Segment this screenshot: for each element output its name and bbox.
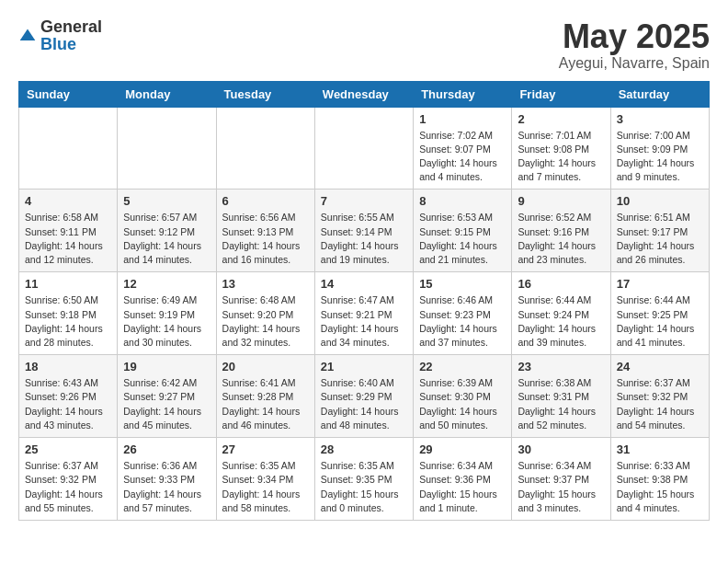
logo-text-blue: Blue (40, 35, 76, 53)
calendar-day-cell: 8Sunrise: 6:53 AM Sunset: 9:15 PM Daylig… (414, 190, 512, 272)
logo: General Blue (18, 18, 102, 53)
day-number: 31 (617, 442, 703, 456)
day-info: Sunrise: 6:49 AM Sunset: 9:19 PM Dayligh… (123, 293, 210, 350)
day-info: Sunrise: 7:02 AM Sunset: 9:07 PM Dayligh… (419, 129, 506, 185)
calendar-day-cell: 14Sunrise: 6:47 AM Sunset: 9:21 PM Dayli… (314, 272, 413, 355)
calendar-day-cell: 19Sunrise: 6:42 AM Sunset: 9:27 PM Dayli… (118, 355, 216, 438)
day-number: 13 (222, 277, 309, 291)
calendar-week-row: 4Sunrise: 6:58 AM Sunset: 9:11 PM Daylig… (19, 190, 710, 272)
day-number: 27 (222, 442, 309, 456)
day-number: 1 (419, 112, 506, 126)
day-info: Sunrise: 6:36 AM Sunset: 9:33 PM Dayligh… (123, 459, 210, 515)
calendar-week-row: 11Sunrise: 6:50 AM Sunset: 9:18 PM Dayli… (19, 272, 710, 355)
day-number: 20 (222, 360, 309, 373)
day-info: Sunrise: 6:52 AM Sunset: 9:16 PM Dayligh… (518, 211, 604, 267)
day-info: Sunrise: 6:42 AM Sunset: 9:27 PM Dayligh… (123, 376, 210, 432)
day-info: Sunrise: 6:35 AM Sunset: 9:35 PM Dayligh… (321, 459, 407, 515)
day-info: Sunrise: 6:51 AM Sunset: 9:17 PM Dayligh… (617, 211, 703, 267)
logo-icon (18, 27, 37, 45)
day-number: 2 (518, 112, 604, 126)
calendar-day-cell: 25Sunrise: 6:37 AM Sunset: 9:32 PM Dayli… (19, 438, 118, 521)
day-number: 11 (25, 277, 111, 291)
calendar-day-cell: 9Sunrise: 6:52 AM Sunset: 9:16 PM Daylig… (512, 190, 610, 272)
calendar-day-cell: 31Sunrise: 6:33 AM Sunset: 9:38 PM Dayli… (610, 438, 709, 521)
calendar-week-row: 1Sunrise: 7:02 AM Sunset: 9:07 PM Daylig… (19, 107, 710, 190)
weekday-header-cell: Sunday (19, 81, 118, 107)
day-number: 3 (617, 112, 703, 126)
calendar-day-cell: 23Sunrise: 6:38 AM Sunset: 9:31 PM Dayli… (512, 355, 610, 438)
day-info: Sunrise: 6:46 AM Sunset: 9:23 PM Dayligh… (419, 293, 506, 350)
calendar-day-cell: 26Sunrise: 6:36 AM Sunset: 9:33 PM Dayli… (118, 438, 216, 521)
day-info: Sunrise: 6:37 AM Sunset: 9:32 PM Dayligh… (617, 376, 703, 432)
day-info: Sunrise: 6:55 AM Sunset: 9:14 PM Dayligh… (321, 211, 407, 267)
day-info: Sunrise: 6:53 AM Sunset: 9:15 PM Dayligh… (419, 211, 506, 267)
calendar-day-cell (19, 107, 118, 190)
day-number: 26 (123, 442, 210, 456)
title-area: May 2025 Ayegui, Navarre, Spain (559, 18, 710, 72)
day-number: 18 (25, 360, 111, 373)
day-number: 29 (419, 442, 506, 456)
day-info: Sunrise: 6:34 AM Sunset: 9:37 PM Dayligh… (518, 459, 604, 515)
calendar-day-cell: 12Sunrise: 6:49 AM Sunset: 9:19 PM Dayli… (118, 272, 216, 355)
calendar-day-cell: 18Sunrise: 6:43 AM Sunset: 9:26 PM Dayli… (19, 355, 118, 438)
header: General Blue May 2025 Ayegui, Navarre, S… (18, 18, 710, 72)
weekday-header-cell: Wednesday (314, 81, 413, 107)
day-info: Sunrise: 6:48 AM Sunset: 9:20 PM Dayligh… (222, 293, 309, 350)
calendar-day-cell: 27Sunrise: 6:35 AM Sunset: 9:34 PM Dayli… (216, 438, 314, 521)
weekday-header-cell: Monday (118, 81, 216, 107)
calendar-day-cell: 15Sunrise: 6:46 AM Sunset: 9:23 PM Dayli… (414, 272, 512, 355)
day-number: 16 (518, 277, 604, 291)
calendar-day-cell: 20Sunrise: 6:41 AM Sunset: 9:28 PM Dayli… (216, 355, 314, 438)
day-info: Sunrise: 6:41 AM Sunset: 9:28 PM Dayligh… (222, 376, 309, 432)
day-info: Sunrise: 6:44 AM Sunset: 9:24 PM Dayligh… (518, 293, 604, 350)
calendar-day-cell: 2Sunrise: 7:01 AM Sunset: 9:08 PM Daylig… (512, 107, 610, 190)
day-number: 19 (123, 360, 210, 373)
calendar-day-cell: 6Sunrise: 6:56 AM Sunset: 9:13 PM Daylig… (216, 190, 314, 272)
day-number: 22 (419, 360, 506, 373)
day-number: 25 (25, 442, 111, 456)
day-number: 12 (123, 277, 210, 291)
calendar-day-cell (216, 107, 314, 190)
day-number: 15 (419, 277, 506, 291)
day-number: 24 (617, 360, 703, 373)
weekday-header-cell: Thursday (414, 81, 512, 107)
day-info: Sunrise: 7:00 AM Sunset: 9:09 PM Dayligh… (617, 129, 703, 185)
day-number: 5 (123, 194, 210, 208)
day-info: Sunrise: 6:50 AM Sunset: 9:18 PM Dayligh… (25, 293, 111, 350)
month-title: May 2025 (559, 18, 710, 55)
day-info: Sunrise: 6:34 AM Sunset: 9:36 PM Dayligh… (419, 459, 506, 515)
day-number: 7 (321, 194, 407, 208)
calendar-day-cell: 29Sunrise: 6:34 AM Sunset: 9:36 PM Dayli… (414, 438, 512, 521)
day-number: 28 (321, 442, 407, 456)
calendar-day-cell: 10Sunrise: 6:51 AM Sunset: 9:17 PM Dayli… (610, 190, 709, 272)
calendar-day-cell: 13Sunrise: 6:48 AM Sunset: 9:20 PM Dayli… (216, 272, 314, 355)
calendar-day-cell: 21Sunrise: 6:40 AM Sunset: 9:29 PM Dayli… (314, 355, 413, 438)
calendar-day-cell: 16Sunrise: 6:44 AM Sunset: 9:24 PM Dayli… (512, 272, 610, 355)
day-number: 23 (518, 360, 604, 373)
calendar-day-cell: 5Sunrise: 6:57 AM Sunset: 9:12 PM Daylig… (118, 190, 216, 272)
calendar-day-cell: 7Sunrise: 6:55 AM Sunset: 9:14 PM Daylig… (314, 190, 413, 272)
calendar-day-cell: 22Sunrise: 6:39 AM Sunset: 9:30 PM Dayli… (414, 355, 512, 438)
logo-text-general: General (40, 17, 102, 36)
day-info: Sunrise: 6:43 AM Sunset: 9:26 PM Dayligh… (25, 376, 111, 432)
weekday-header-cell: Saturday (610, 81, 709, 107)
calendar-day-cell: 30Sunrise: 6:34 AM Sunset: 9:37 PM Dayli… (512, 438, 610, 521)
day-number: 9 (518, 194, 604, 208)
calendar-day-cell: 11Sunrise: 6:50 AM Sunset: 9:18 PM Dayli… (19, 272, 118, 355)
day-number: 30 (518, 442, 604, 456)
calendar-day-cell: 3Sunrise: 7:00 AM Sunset: 9:09 PM Daylig… (610, 107, 709, 190)
calendar-day-cell: 28Sunrise: 6:35 AM Sunset: 9:35 PM Dayli… (314, 438, 413, 521)
day-number: 14 (321, 277, 407, 291)
day-info: Sunrise: 6:47 AM Sunset: 9:21 PM Dayligh… (321, 293, 407, 350)
day-number: 17 (617, 277, 703, 291)
calendar-day-cell (118, 107, 216, 190)
calendar-day-cell: 24Sunrise: 6:37 AM Sunset: 9:32 PM Dayli… (610, 355, 709, 438)
weekday-header-cell: Tuesday (216, 81, 314, 107)
day-number: 4 (25, 194, 111, 208)
day-info: Sunrise: 7:01 AM Sunset: 9:08 PM Dayligh… (518, 129, 604, 185)
weekday-header-cell: Friday (512, 81, 610, 107)
day-info: Sunrise: 6:56 AM Sunset: 9:13 PM Dayligh… (222, 211, 309, 267)
location-title: Ayegui, Navarre, Spain (559, 55, 710, 72)
calendar-body: 1Sunrise: 7:02 AM Sunset: 9:07 PM Daylig… (19, 107, 710, 520)
day-info: Sunrise: 6:39 AM Sunset: 9:30 PM Dayligh… (419, 376, 506, 432)
